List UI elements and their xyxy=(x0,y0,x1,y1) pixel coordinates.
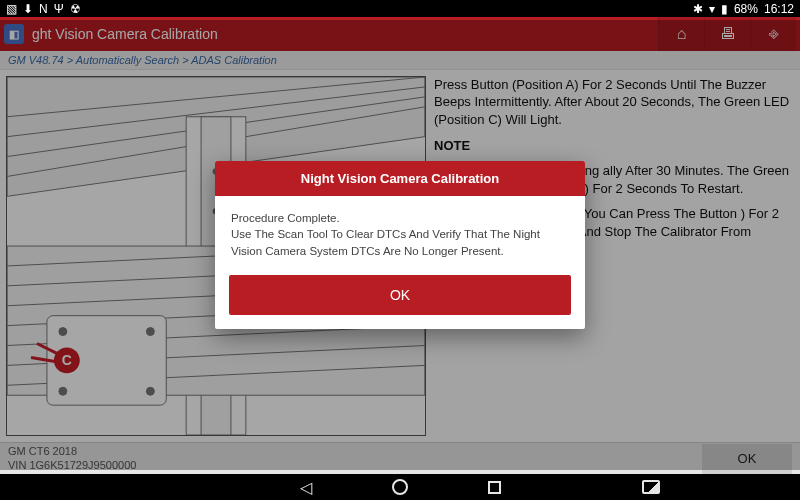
dialog-ok-button[interactable]: OK xyxy=(229,275,571,315)
dialog-ok-wrap: OK xyxy=(215,269,585,329)
nav-screenshot-button[interactable] xyxy=(642,480,660,494)
screenshot-icon xyxy=(642,480,660,494)
n-icon: N xyxy=(39,3,48,15)
android-nav-bar: ◁ xyxy=(0,474,800,500)
nav-back-button[interactable]: ◁ xyxy=(300,478,312,497)
status-right-icons: ✱ ▾ ▮ 68% 16:12 xyxy=(693,3,794,15)
nav-recent-button[interactable] xyxy=(488,481,501,494)
back-icon: ◁ xyxy=(300,479,312,496)
dialog-body: Procedure Complete. Use The Scan Tool To… xyxy=(215,196,585,268)
app-root: ▧ ⬇ N Ψ ☢ ✱ ▾ ▮ 68% 16:12 ◧ ght Vision C… xyxy=(0,0,800,500)
dialog: Night Vision Camera Calibration Procedur… xyxy=(215,161,585,328)
nav-home-button[interactable] xyxy=(392,479,408,495)
home-circle-icon xyxy=(392,479,408,495)
dialog-line1: Procedure Complete. xyxy=(231,210,569,226)
bug-icon: ☢ xyxy=(70,3,81,15)
battery-icon: ▮ xyxy=(721,3,728,15)
download-icon: ⬇ xyxy=(23,3,33,15)
dialog-title: Night Vision Camera Calibration xyxy=(215,161,585,196)
bluetooth-icon: ✱ xyxy=(693,3,703,15)
modal-overlay: Night Vision Camera Calibration Procedur… xyxy=(0,20,800,470)
clock: 16:12 xyxy=(764,3,794,15)
android-status-bar: ▧ ⬇ N Ψ ☢ ✱ ▾ ▮ 68% 16:12 xyxy=(0,0,800,17)
dialog-ok-label: OK xyxy=(390,287,410,303)
recent-icon xyxy=(488,481,501,494)
image-icon: ▧ xyxy=(6,3,17,15)
wifi-icon: ▾ xyxy=(709,3,715,15)
usb-icon: Ψ xyxy=(54,3,64,15)
dialog-line2: Use The Scan Tool To Clear DTCs And Veri… xyxy=(231,226,569,258)
battery-pct: 68% xyxy=(734,3,758,15)
status-left-icons: ▧ ⬇ N Ψ ☢ xyxy=(6,3,81,15)
